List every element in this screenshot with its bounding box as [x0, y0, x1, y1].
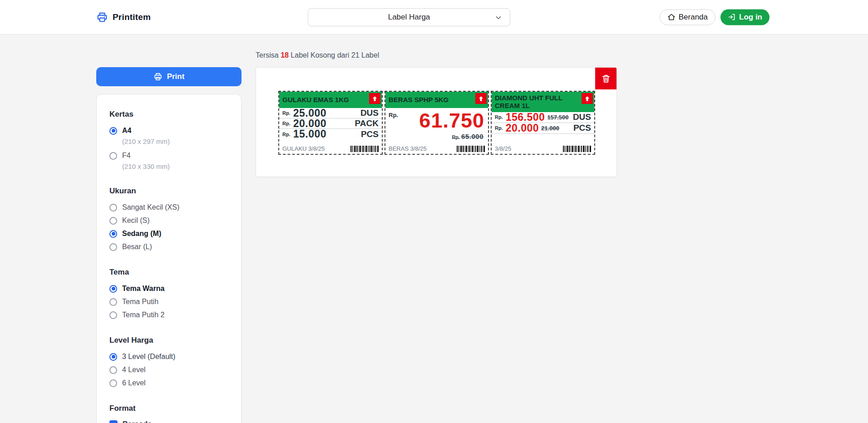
labels-remaining-count: 18	[281, 51, 289, 59]
radio-icon	[109, 217, 117, 225]
arrow-up-icon	[478, 95, 484, 102]
old-price: 21.000	[541, 125, 559, 132]
brand-logo[interactable]: Printitem	[96, 11, 151, 23]
option-sub-a4: (210 x 297 mm)	[122, 138, 228, 145]
printer-icon	[96, 11, 108, 23]
print-button[interactable]: Print	[96, 67, 242, 86]
label-footer: 3/8/25	[495, 145, 591, 152]
move-up-button[interactable]	[475, 93, 487, 104]
product-name: BERAS SPHP 5KG	[389, 96, 449, 103]
label-footer: GULAKU 3/8/25	[282, 145, 379, 152]
login-button[interactable]: Log in	[720, 9, 769, 25]
options-panel: Kertas A4 (210 x 297 mm) F4 (210 x 330 m…	[96, 94, 242, 423]
radio-icon	[109, 204, 117, 212]
currency-prefix: Rp.	[389, 112, 398, 118]
radio-icon	[109, 243, 117, 251]
price-label-diamond[interactable]: DIAMOND UHT FULL CREAM 1L Rp. 156.500 15…	[491, 91, 595, 155]
price-label-gulaku[interactable]: GULAKU EMAS 1KG Rp. 25.000 DUS Rp. 20.00…	[278, 91, 383, 155]
login-icon	[728, 13, 736, 21]
section-title-tema: Tema	[109, 268, 228, 277]
discount-price: 61.750	[385, 108, 488, 131]
checkbox-checked-icon	[109, 420, 118, 423]
old-price: Rp.65.000	[385, 133, 488, 141]
radio-option-a4[interactable]: A4	[109, 126, 228, 135]
radio-option-xs[interactable]: Sangat Kecil (XS)	[109, 203, 228, 212]
radio-option-tema-putih[interactable]: Tema Putih	[109, 297, 228, 306]
label-footer: BERAS 3/8/25	[389, 145, 485, 152]
price-row: Rp. 20.000 PACK	[279, 118, 382, 129]
radio-icon	[109, 311, 117, 319]
radio-option-3-level[interactable]: 3 Level (Default)	[109, 352, 228, 361]
printer-icon	[153, 72, 163, 81]
label-header: GULAKU EMAS 1KG	[279, 92, 382, 108]
label-header: DIAMOND UHT FULL CREAM 1L	[492, 92, 594, 112]
doc-type-dropdown[interactable]: Label Harga	[308, 8, 510, 26]
radio-icon	[109, 285, 117, 293]
settings-sidebar: Print Kertas A4 (210 x 297 mm) F4 (210 x…	[96, 34, 242, 423]
radio-icon	[109, 230, 117, 238]
login-label: Log in	[739, 13, 762, 22]
doc-type-value: Label Harga	[388, 13, 430, 22]
price-row: Rp. 156.500 157.500 DUS	[492, 112, 594, 123]
label-header: BERAS SPHP 5KG	[385, 92, 488, 108]
chevron-down-icon	[494, 14, 503, 22]
radio-icon	[109, 379, 117, 387]
trash-icon	[601, 74, 611, 84]
checkbox-barcode[interactable]: Barcode	[109, 420, 228, 423]
option-sub-f4: (210 x 330 mm)	[122, 162, 228, 170]
radio-option-4-level[interactable]: 4 Level	[109, 365, 228, 374]
labels-remaining-status: Tersisa 18 Label Kosong dari 21 Label	[256, 51, 617, 59]
print-label: Print	[167, 72, 185, 81]
radio-option-tema-putih-2[interactable]: Tema Putih 2	[109, 310, 228, 320]
beranda-label: Beranda	[679, 13, 708, 22]
section-title-format: Format	[109, 404, 228, 413]
product-name: GULAKU EMAS 1KG	[282, 96, 349, 103]
radio-icon	[109, 366, 117, 374]
barcode	[457, 146, 485, 152]
product-name: DIAMOND UHT FULL CREAM 1L	[495, 94, 579, 110]
label-date: BERAS 3/8/25	[389, 145, 427, 152]
radio-icon	[109, 127, 117, 135]
price-row: Rp. 20.000 21.000 PCS	[492, 123, 594, 134]
page-body: Print Kertas A4 (210 x 297 mm) F4 (210 x…	[0, 34, 868, 423]
move-up-button[interactable]	[369, 93, 380, 104]
label-sheet-card: GULAKU EMAS 1KG Rp. 25.000 DUS Rp. 20.00…	[256, 67, 617, 177]
brand-name: Printitem	[113, 12, 151, 22]
move-up-button[interactable]	[582, 93, 593, 104]
label-date: 3/8/25	[495, 145, 511, 152]
home-icon	[667, 13, 676, 21]
radio-option-f4[interactable]: F4	[109, 151, 228, 160]
radio-option-l[interactable]: Besar (L)	[109, 242, 228, 251]
radio-icon	[109, 152, 117, 160]
section-title-kertas: Kertas	[109, 110, 228, 119]
radio-option-m[interactable]: Sedang (M)	[109, 229, 228, 238]
delete-sheet-button[interactable]	[595, 68, 616, 89]
label-preview-area: Tersisa 18 Label Kosong dari 21 Label GU…	[256, 34, 617, 177]
price-row: Rp. 15.000 PCS	[279, 129, 382, 139]
radio-option-6-level[interactable]: 6 Level	[109, 379, 228, 388]
arrow-up-icon	[371, 95, 378, 102]
radio-icon	[109, 353, 117, 361]
top-actions: Beranda Log in	[660, 9, 769, 25]
section-title-level-harga: Level Harga	[109, 336, 228, 345]
beranda-button[interactable]: Beranda	[660, 9, 715, 25]
price-label-beras[interactable]: BERAS SPHP 5KG Rp. 61.750 Rp.65.000 BERA…	[385, 91, 489, 155]
arrow-up-icon	[584, 95, 591, 102]
barcode	[563, 146, 591, 152]
barcode	[350, 146, 379, 152]
section-title-ukuran: Ukuran	[109, 187, 228, 196]
old-price: 157.500	[547, 114, 568, 121]
top-navbar: Printitem Label Harga Beranda Log in	[0, 0, 868, 34]
radio-option-s[interactable]: Kecil (S)	[109, 216, 228, 225]
radio-icon	[109, 298, 117, 306]
radio-option-tema-warna[interactable]: Tema Warna	[109, 284, 228, 293]
label-date: GULAKU 3/8/25	[282, 145, 325, 152]
